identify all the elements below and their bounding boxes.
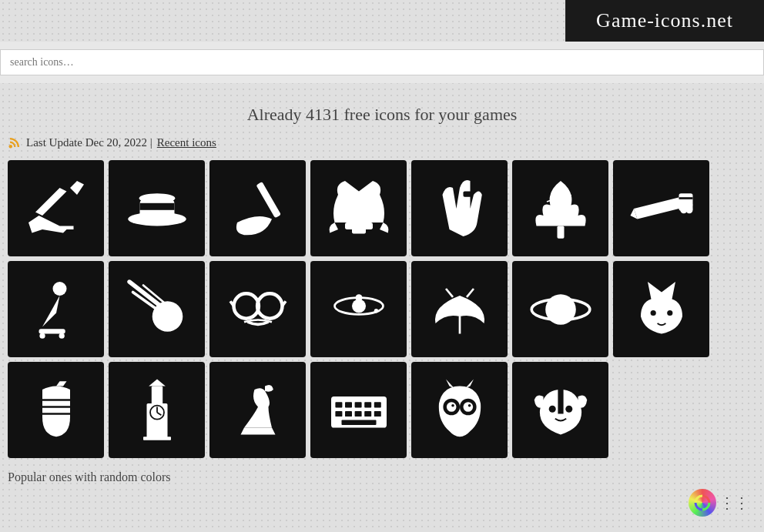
telescope-icon[interactable] — [8, 160, 104, 256]
svg-point-13 — [52, 282, 66, 296]
skater-icon[interactable] — [8, 261, 104, 357]
svg-point-51 — [565, 405, 572, 412]
keyboard-icon[interactable] — [310, 362, 407, 458]
svg-point-48 — [451, 403, 454, 407]
svg-rect-14 — [39, 329, 65, 333]
svg-rect-43 — [341, 420, 376, 424]
svg-rect-35 — [354, 402, 361, 407]
svg-point-12 — [685, 206, 692, 213]
svg-rect-40 — [354, 410, 361, 416]
viking-helmet-icon[interactable] — [310, 160, 407, 256]
glasses-mustache-icon[interactable] — [209, 261, 306, 357]
svg-point-16 — [59, 333, 64, 338]
svg-point-3 — [139, 193, 175, 203]
broom-icon[interactable] — [209, 160, 306, 256]
widget-area[interactable]: ⋮⋮ — [689, 489, 749, 517]
svg-point-27 — [667, 309, 672, 315]
more-options-icon[interactable]: ⋮⋮ — [719, 494, 749, 512]
svg-point-15 — [39, 333, 45, 338]
update-label: Last Update Dec 20, 2022 | — [26, 136, 152, 149]
svg-rect-9 — [557, 226, 564, 238]
svg-point-20 — [352, 299, 366, 313]
lightning-tree-icon[interactable] — [512, 160, 608, 256]
svg-point-47 — [463, 402, 473, 412]
manta-ray-icon[interactable] — [411, 261, 508, 357]
svg-rect-36 — [364, 402, 371, 407]
svg-rect-42 — [374, 410, 380, 416]
svg-point-18 — [233, 293, 258, 318]
svg-rect-38 — [335, 410, 342, 416]
fox-icon[interactable] — [613, 261, 709, 357]
svg-point-26 — [650, 309, 655, 315]
owl-icon[interactable] — [411, 362, 508, 458]
color-widget[interactable] — [689, 489, 716, 517]
subway-icon[interactable] — [613, 160, 709, 256]
boater-hat-icon[interactable] — [109, 160, 205, 256]
solar-system-icon[interactable] — [310, 261, 407, 357]
tagline: Already 4131 free icons for your games — [8, 105, 756, 125]
svg-rect-8 — [463, 191, 471, 196]
svg-rect-31 — [143, 437, 171, 440]
svg-rect-34 — [345, 402, 352, 407]
badger-icon[interactable] — [512, 362, 608, 458]
svg-point-49 — [467, 403, 471, 407]
icons-grid — [8, 160, 756, 458]
svg-rect-29 — [151, 386, 162, 405]
goose-icon[interactable] — [209, 362, 306, 458]
site-title: Game-icons.net — [565, 0, 764, 42]
hand-tool-icon[interactable] — [411, 160, 508, 256]
meteor-icon[interactable] — [109, 261, 205, 357]
svg-point-19 — [257, 293, 282, 318]
svg-point-22 — [355, 294, 362, 301]
search-input[interactable] — [0, 49, 764, 75]
svg-rect-41 — [364, 410, 371, 416]
svg-point-50 — [548, 405, 555, 412]
recent-icons-link[interactable]: Recent icons — [157, 136, 216, 149]
clocktower-icon[interactable] — [109, 362, 205, 458]
svg-rect-37 — [374, 402, 380, 407]
popular-label: Popular ones with random colors — [8, 470, 756, 484]
knight-helmet-icon[interactable] — [8, 362, 104, 458]
svg-rect-33 — [335, 402, 342, 407]
svg-rect-39 — [345, 410, 352, 416]
svg-rect-4 — [139, 202, 174, 209]
rss-icon — [8, 136, 22, 149]
svg-rect-5 — [256, 182, 281, 218]
svg-rect-7 — [352, 228, 366, 233]
svg-point-46 — [446, 402, 456, 412]
planet-ring-icon[interactable] — [512, 261, 608, 357]
svg-point-23 — [374, 309, 377, 313]
svg-point-0 — [9, 145, 13, 149]
